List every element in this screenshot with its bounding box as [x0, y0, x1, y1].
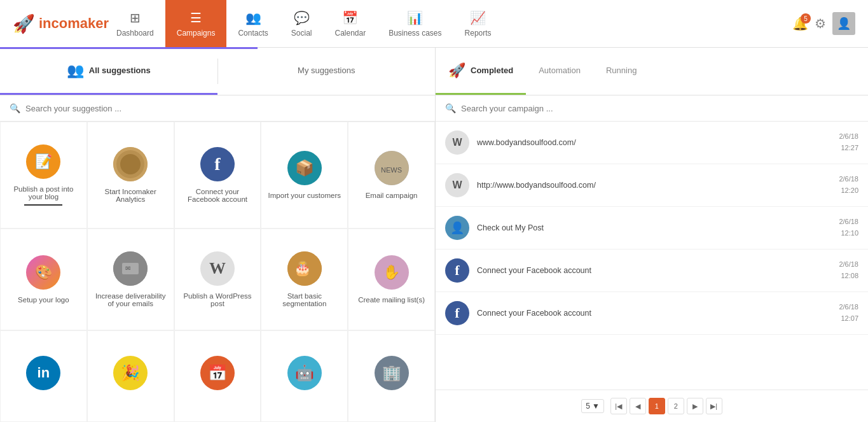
campaign-avatar: f — [445, 301, 469, 325]
nav-contacts[interactable]: 👥 Contacts — [226, 0, 279, 47]
suggestion-icon-logo: 🎨 — [26, 255, 60, 290]
nav-dashboard-label: Dashboard — [116, 29, 154, 38]
campaign-search-input[interactable] — [461, 104, 858, 113]
suggestion-item[interactable]: NEWS Email campaign — [348, 122, 435, 229]
suggestion-item[interactable]: 🎂 Start basicsegmentation — [261, 229, 348, 330]
nav-business-cases[interactable]: 📊 Business cases — [377, 0, 453, 47]
business-cases-icon: 📊 — [407, 10, 423, 25]
nav-contacts-label: Contacts — [238, 29, 268, 38]
suggestion-label: Publish a post intoyour blog — [13, 185, 73, 200]
settings-button[interactable]: ⚙ — [815, 16, 826, 31]
suggestion-icon-party: 🎉 — [113, 356, 148, 390]
per-page-select[interactable]: 5 ▼ — [581, 399, 604, 413]
notifications-button[interactable]: 🔔 5 — [792, 16, 808, 31]
svg-text:NEWS: NEWS — [381, 166, 402, 174]
notification-badge: 5 — [801, 13, 811, 24]
campaign-item[interactable]: W http://www.bodyandsoulfood.com/ 2/6/18… — [436, 164, 868, 207]
suggestion-search-bar: 🔍 — [0, 95, 435, 122]
campaign-title: www.bodyandsoulfood.com/ — [477, 138, 831, 147]
nav-reports[interactable]: 📈 Reports — [453, 0, 503, 47]
underline-bar — [24, 204, 62, 206]
suggestion-icon-blog: 📝 — [26, 144, 60, 179]
suggestion-item[interactable]: in — [0, 330, 87, 422]
tab-completed-label: Completed — [471, 66, 513, 75]
main-layout: 👥 All suggestions My suggestions 🔍 📝 Pub… — [0, 48, 868, 422]
right-tabs-row: 🚀 Completed Automation Running — [436, 48, 868, 95]
nav-calendar-label: Calendar — [334, 29, 366, 38]
suggestion-label: Connect yourFacebook account — [188, 188, 247, 203]
search-icon: 🔍 — [10, 103, 20, 113]
tab-automation[interactable]: Automation — [526, 48, 593, 95]
nav-calendar[interactable]: 📅 Calendar — [323, 0, 377, 47]
suggestion-label: Publish a WordPresspost — [183, 292, 251, 307]
suggestion-item[interactable]: 📅 — [174, 330, 261, 422]
header: 🚀 incomaker ⊞ Dashboard ☰ Campaigns 👥 Co… — [0, 0, 868, 48]
suggestion-label: Start IncomakerAnalytics — [105, 188, 156, 203]
tab-all-suggestions-label: All suggestions — [89, 66, 151, 75]
search-input[interactable] — [25, 104, 425, 113]
page-next-button[interactable]: ▶ — [687, 398, 703, 414]
suggestion-icon-schedule: 📅 — [200, 356, 235, 390]
suggestion-item[interactable]: 🏢 — [348, 330, 435, 422]
campaign-item[interactable]: f Connect your Facebook account 2/6/1812… — [436, 250, 868, 292]
dashboard-icon: ⊞ — [130, 10, 141, 25]
campaign-item[interactable]: W www.bodyandsoulfood.com/ 2/6/1812:27 — [436, 122, 868, 164]
logo[interactable]: 🚀 incomaker — [13, 13, 109, 34]
tab-completed[interactable]: 🚀 Completed — [436, 48, 526, 95]
tab-my-suggestions[interactable]: My suggestions — [218, 48, 436, 95]
page-prev-button[interactable]: ◀ — [630, 398, 646, 414]
suggestion-item[interactable]: 🤖 — [261, 330, 348, 422]
campaign-avatar: 👤 — [445, 216, 469, 240]
suggestion-item[interactable]: 🎨 Setup your logo — [0, 229, 87, 330]
campaign-date: 2/6/1812:27 — [839, 131, 858, 153]
search-icon: 🔍 — [445, 103, 456, 113]
suggestion-icon-robot: 🤖 — [287, 356, 322, 390]
tab-running[interactable]: Running — [593, 48, 649, 95]
pagination: 5 ▼ |◀ ◀ 1 2 ▶ ▶| — [436, 390, 868, 422]
page-2-button[interactable]: 2 — [668, 398, 684, 414]
suggestion-item[interactable]: f Connect yourFacebook account — [174, 122, 261, 229]
suggestion-icon-facebook: f — [200, 147, 235, 181]
suggestion-label: Start basicsegmentation — [282, 292, 326, 307]
tab-all-suggestions[interactable]: 👥 All suggestions — [0, 48, 217, 95]
suggestion-item[interactable]: 🎉 — [87, 330, 174, 422]
campaign-title: Connect your Facebook account — [477, 309, 831, 318]
tab-running-label: Running — [606, 66, 637, 75]
tab-my-suggestions-label: My suggestions — [298, 66, 355, 75]
page-first-button[interactable]: |◀ — [610, 398, 627, 414]
contacts-icon: 👥 — [245, 10, 261, 25]
logo-icon: 🚀 — [13, 13, 35, 34]
campaign-title: Connect your Facebook account — [477, 266, 831, 275]
campaign-item[interactable]: 👤 Check out My Post 2/6/1812:10 — [436, 207, 868, 250]
svg-point-2 — [120, 154, 141, 174]
left-tabs-row: 👥 All suggestions My suggestions — [0, 48, 435, 95]
suggestion-item[interactable]: 📦 Import your customers — [261, 122, 348, 229]
suggestion-item[interactable]: Start IncomakerAnalytics — [87, 122, 174, 229]
suggestion-item[interactable]: ✋ Create mailing list(s) — [348, 229, 435, 330]
campaign-item[interactable]: f Connect your Facebook account 2/6/1812… — [436, 292, 868, 335]
svg-text:🎂: 🎂 — [294, 260, 312, 277]
suggestion-label: Email campaign — [366, 192, 418, 199]
suggestion-item[interactable]: W Publish a WordPresspost — [174, 229, 261, 330]
nav-business-cases-label: Business cases — [389, 29, 441, 38]
page-last-button[interactable]: ▶| — [706, 398, 722, 414]
svg-rect-6 — [122, 263, 139, 274]
nav-campaigns[interactable]: ☰ Campaigns — [165, 0, 227, 47]
nav-social-label: Social — [291, 29, 312, 38]
suggestion-icon-email: NEWS — [375, 151, 409, 185]
suggestion-item[interactable]: 📝 Publish a post intoyour blog — [0, 122, 87, 229]
campaign-search-bar: 🔍 — [436, 95, 868, 122]
suggestion-item[interactable]: ✉ Increase deliverabilityof your emails — [87, 229, 174, 330]
nav-social[interactable]: 💬 Social — [280, 0, 324, 47]
suggestion-grid: 📝 Publish a post intoyour blog Start Inc… — [0, 122, 435, 422]
nav-dashboard[interactable]: ⊞ Dashboard — [105, 0, 165, 47]
suggestion-label: Create mailing list(s) — [358, 296, 425, 304]
user-avatar[interactable]: 👤 — [832, 12, 855, 35]
suggestion-icon-mailing: ✋ — [375, 255, 409, 290]
suggestion-icon-import: 📦 — [287, 151, 322, 185]
suggestion-icon-linkedin: in — [26, 356, 60, 390]
campaign-date: 2/6/1812:07 — [839, 302, 858, 324]
page-1-button[interactable]: 1 — [649, 398, 665, 414]
campaign-date: 2/6/1812:20 — [839, 174, 858, 196]
suggestion-icon-building: 🏢 — [375, 356, 409, 390]
